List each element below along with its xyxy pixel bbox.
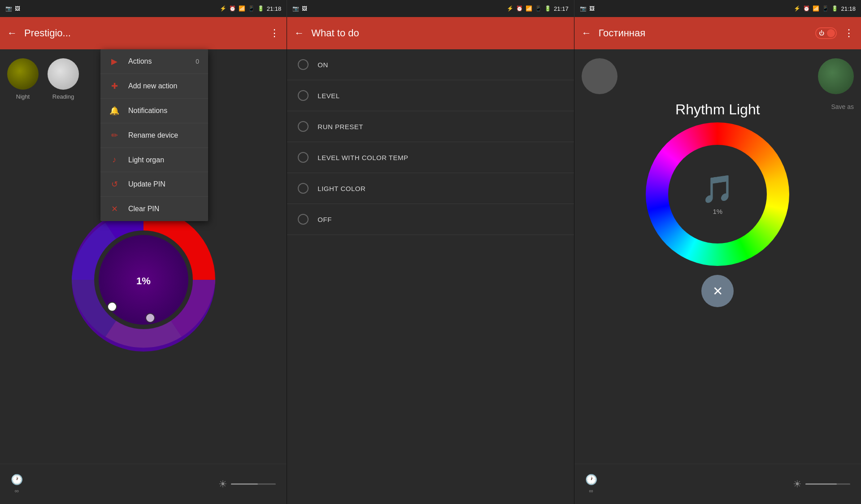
menu-button-3[interactable]: ⋮ <box>844 27 854 39</box>
radio-on[interactable] <box>298 59 309 70</box>
alarm-icon-1: ⏰ <box>229 5 236 12</box>
list-item-light-color[interactable]: LIGHT COLOR <box>287 173 574 204</box>
slider-container-3: ☀ <box>793 478 850 490</box>
list-label-light-color: LIGHT COLOR <box>317 185 365 192</box>
image-icon-1: 🖼 <box>15 5 20 12</box>
wifi-icon-1: 📶 <box>239 5 245 12</box>
signal-icon-3: 📱 <box>822 5 829 12</box>
status-icons-left-2: 📷 🖼 <box>292 5 307 12</box>
actions-badge: 0 <box>196 58 199 65</box>
slider-track-1 <box>231 483 258 485</box>
bottom-bar-1: 🕐 ∞ ☀ <box>0 464 287 504</box>
list-label-level: LEVEL <box>317 92 339 100</box>
status-icons-right-1: ⚡ ⏰ 📶 📱 🔋 21:18 <box>220 5 282 12</box>
screen-2: ← What to do ON LEVEL RUN PRESET LEVEL W… <box>287 17 574 504</box>
back-button-2[interactable]: ← <box>294 27 304 39</box>
screen2-content: ON LEVEL RUN PRESET LEVEL WITH COLOR TEM… <box>287 49 574 504</box>
clock-icon-1[interactable]: 🕐 <box>11 474 23 486</box>
clear-pin-label: Clear PIN <box>128 205 199 213</box>
music-icon: ♪ <box>109 155 119 165</box>
slider-track-3 <box>805 483 837 485</box>
signal-icon-1: 📱 <box>248 5 255 12</box>
back-button-1[interactable]: ← <box>7 27 17 39</box>
radio-off[interactable] <box>298 214 309 225</box>
slider-container-1: ☀ <box>218 478 276 490</box>
dropdown-rename[interactable]: ✏ Rename device <box>100 123 208 148</box>
wifi-icon-2: 📶 <box>526 5 532 12</box>
preset-night[interactable]: Night <box>7 58 39 100</box>
image-icon-3: 🖼 <box>589 5 595 12</box>
screen-3: ← Гостинная ⏻ ⋮ Rhythm Light Save as <box>574 17 861 504</box>
brightness-slider-3[interactable] <box>805 483 850 485</box>
time-3: 21:18 <box>841 5 856 12</box>
rhythm-title: Rhythm Light <box>675 101 760 118</box>
actions-icon: ▶ <box>109 56 119 66</box>
save-as-label[interactable]: Save as <box>831 103 854 110</box>
bluetooth-icon-3: ⚡ <box>794 5 800 12</box>
rhythm-top-row <box>574 49 861 94</box>
refresh-icon: ↺ <box>109 179 119 189</box>
menu-button-1[interactable]: ⋮ <box>270 27 279 39</box>
dropdown-actions[interactable]: ▶ Actions 0 <box>100 49 208 74</box>
infinity-label-3: ∞ <box>589 487 593 494</box>
add-action-label: Add new action <box>128 82 199 90</box>
dropdown-clear-pin[interactable]: ✕ Clear PIN <box>100 197 208 221</box>
svg-text:1%: 1% <box>136 275 151 287</box>
fab-close-button[interactable]: ✕ <box>701 275 734 307</box>
list-item-on[interactable]: ON <box>287 49 574 80</box>
back-button-3[interactable]: ← <box>582 27 591 39</box>
list-item-off[interactable]: OFF <box>287 204 574 235</box>
battery-icon-3: 🔋 <box>831 5 838 12</box>
preset-green-3[interactable] <box>818 58 854 94</box>
color-wheel[interactable]: 1% <box>67 204 220 356</box>
bluetooth-icon-2: ⚡ <box>507 5 513 12</box>
preset-grey-3[interactable] <box>582 58 617 94</box>
radio-level[interactable] <box>298 90 309 101</box>
screen-1: ← Prestigio... ⋮ Night Reading <box>0 17 287 504</box>
rainbow-circle-container: 🎵 1% <box>646 122 789 266</box>
music-note-icon: 🎵 <box>701 173 735 205</box>
list-label-off: OFF <box>317 216 332 223</box>
list-item-level-color-temp[interactable]: LEVEL WITH COLOR TEMP <box>287 142 574 173</box>
bottom-bar-3: 🕐 ∞ ☀ <box>574 464 861 504</box>
time-1: 21:18 <box>267 5 282 12</box>
time-2: 21:17 <box>554 5 569 12</box>
brightness-icon-3[interactable]: ☀ <box>793 478 802 490</box>
radio-level-color-temp[interactable] <box>298 152 309 163</box>
svg-point-3 <box>108 302 117 311</box>
power-toggle-3[interactable]: ⏻ <box>815 27 837 39</box>
brightness-icon-1[interactable]: ☀ <box>218 478 227 490</box>
status-icons-left-1: 📷 🖼 <box>5 5 20 12</box>
percent-label-s3: 1% <box>713 208 722 215</box>
x-icon: ✕ <box>109 204 119 214</box>
rename-label: Rename device <box>128 131 199 139</box>
image-icon-2: 🖼 <box>302 5 307 12</box>
alarm-icon-3: ⏰ <box>803 5 810 12</box>
svg-point-4 <box>146 313 155 322</box>
list-item-level[interactable]: LEVEL <box>287 80 574 111</box>
signal-icon-2: 📱 <box>535 5 542 12</box>
list-label-level-color-temp: LEVEL WITH COLOR TEMP <box>317 154 408 161</box>
radio-light-color[interactable] <box>298 183 309 194</box>
preset-reading[interactable]: Reading <box>48 58 79 100</box>
dropdown-notifications[interactable]: 🔔 Notifications <box>100 99 208 123</box>
status-bar-screen1: 📷 🖼 ⚡ ⏰ 📶 📱 🔋 21:18 <box>0 0 287 17</box>
rainbow-ring[interactable]: 🎵 1% <box>646 122 789 266</box>
update-pin-label: Update PIN <box>128 180 199 188</box>
screen3-content: Rhythm Light Save as 🎵 1% ✕ <box>574 49 861 504</box>
brightness-slider-1[interactable] <box>231 483 276 485</box>
dropdown-light-organ[interactable]: ♪ Light organ <box>100 148 208 172</box>
status-icons-right-3: ⚡ ⏰ 📶 📱 🔋 21:18 <box>794 5 856 12</box>
app-bar-1: ← Prestigio... ⋮ <box>0 17 287 49</box>
radio-run-preset[interactable] <box>298 121 309 132</box>
photo-icon-3: 📷 <box>580 5 587 12</box>
preset-reading-circle <box>48 58 79 90</box>
photo-icon-1: 📷 <box>5 5 12 12</box>
status-icons-right-2: ⚡ ⏰ 📶 📱 🔋 21:17 <box>507 5 569 12</box>
status-icons-left-3: 📷 🖼 <box>580 5 595 12</box>
dropdown-update-pin[interactable]: ↺ Update PIN <box>100 172 208 197</box>
dropdown-add-action[interactable]: ✚ Add new action <box>100 74 208 99</box>
clock-icon-3[interactable]: 🕐 <box>585 474 597 486</box>
list-item-run-preset[interactable]: RUN PRESET <box>287 111 574 142</box>
list-label-on: ON <box>317 61 328 69</box>
